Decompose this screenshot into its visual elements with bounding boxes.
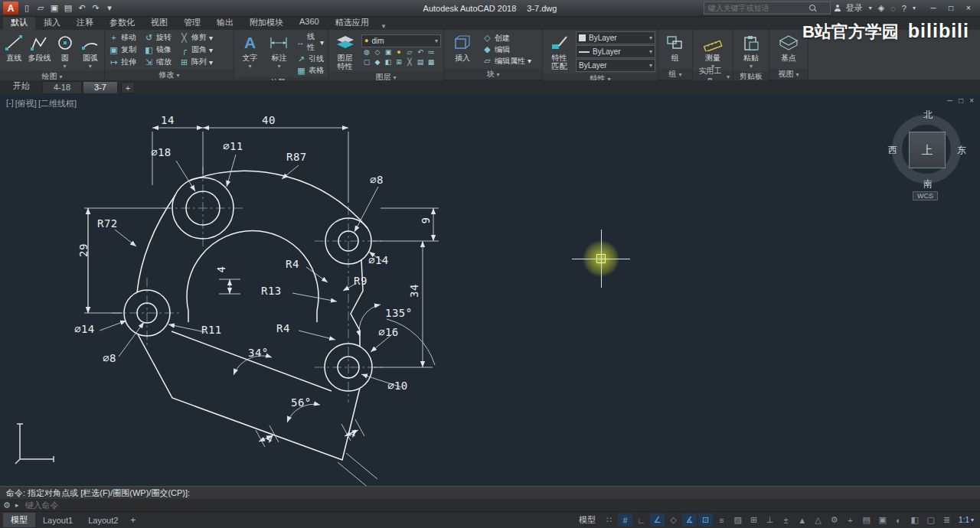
ribbon-tab-6[interactable]: 管理: [176, 16, 208, 30]
object-color-dropdown[interactable]: ByLayer▾: [576, 31, 655, 44]
save-icon[interactable]: ▣: [48, 2, 60, 15]
stretch-button[interactable]: ↦拉伸: [107, 56, 138, 68]
search-input[interactable]: [707, 3, 809, 13]
isodraft-icon[interactable]: ◇: [666, 513, 681, 526]
help-search-box[interactable]: [704, 2, 831, 15]
measure-button[interactable]: 测量 ▾: [697, 31, 729, 70]
edit-attributes-button[interactable]: ▱编辑属性▾: [481, 56, 533, 67]
ribbon-tab-9[interactable]: A360: [292, 16, 327, 30]
command-input[interactable]: [23, 500, 977, 510]
doc-restore-icon[interactable]: □: [959, 96, 963, 105]
circle-button[interactable]: 圆 ▾: [54, 31, 77, 70]
ribbon-collapse-icon[interactable]: ▾: [377, 22, 390, 30]
drawing-area[interactable]: [-] [俯视] [二维线框] ─ □ ×: [0, 93, 980, 486]
viewport-view-control[interactable]: [俯视]: [15, 98, 37, 109]
layout2-tab[interactable]: Layout2: [80, 514, 126, 526]
dynamic-ucs-icon[interactable]: ⊥: [763, 513, 777, 526]
table-button[interactable]: ▦表格: [295, 65, 325, 76]
viewcube-west[interactable]: 西: [888, 144, 897, 157]
layer-lock-icon[interactable]: ▣: [385, 48, 392, 58]
layer-unlock-icon[interactable]: ▢: [364, 58, 371, 68]
ribbon-tab-4[interactable]: 参数化: [102, 16, 142, 30]
group-button[interactable]: 组: [662, 31, 689, 67]
command-line[interactable]: ⚙ ▸: [0, 499, 980, 511]
undo-icon[interactable]: ↶: [76, 2, 88, 15]
viewcube-north[interactable]: 北: [923, 109, 933, 122]
ribbon-tab-5[interactable]: 视图: [143, 16, 175, 30]
edit-block-button[interactable]: ◆编辑: [481, 44, 533, 55]
move-button[interactable]: +移动: [107, 31, 138, 44]
panel-label-block[interactable]: 块▾: [444, 69, 542, 80]
viewcube[interactable]: 北 南 西 东 上 WCS: [890, 110, 963, 200]
circle-dropdown-icon[interactable]: ▾: [64, 63, 67, 70]
linear-dim-button[interactable]: ↔线性▾: [295, 31, 325, 53]
layer-match-icon[interactable]: ▱: [407, 48, 413, 58]
file-tab-3-7[interactable]: 3-7: [83, 81, 118, 93]
signin-button[interactable]: 登录: [844, 2, 864, 14]
layer-dropdown[interactable]: ● dim ▾: [361, 34, 441, 47]
ribbon-tab-8[interactable]: 附加模块: [242, 16, 291, 30]
layer-delete-icon[interactable]: ╳: [407, 58, 411, 68]
line-button[interactable]: 直线: [2, 31, 25, 70]
trim-button[interactable]: ╳修剪▾: [178, 31, 214, 44]
new-tab-button[interactable]: +: [121, 82, 135, 93]
viewport-visual-style-control[interactable]: [二维线框]: [38, 98, 77, 109]
close-button[interactable]: ×: [960, 2, 977, 15]
ribbon-tab-3[interactable]: 注释: [69, 16, 101, 30]
search-icon[interactable]: [809, 5, 817, 12]
lineweight-dropdown[interactable]: ByLayer▾: [576, 45, 655, 58]
snap-mode-icon[interactable]: ∷: [602, 513, 616, 526]
customize-icon[interactable]: ≣: [939, 513, 954, 526]
arc-button[interactable]: 圆弧 ▾: [79, 31, 102, 70]
layer-freeze-icon[interactable]: ◇: [375, 48, 381, 58]
polyline-button[interactable]: 多段线: [28, 31, 51, 70]
layout1-tab[interactable]: Layout1: [35, 514, 80, 526]
restore-button[interactable]: □: [942, 2, 959, 15]
panel-label-groups[interactable]: 组▾: [658, 69, 692, 80]
open-file-icon[interactable]: ▱: [34, 2, 47, 15]
dynamic-input-icon[interactable]: ±: [779, 513, 793, 526]
model-space-indicator[interactable]: 模型: [579, 514, 596, 526]
command-history[interactable]: 命令: 指定对角点或 [栏选(F)/圈围(WP)/圈交(CP)]:: [0, 486, 980, 499]
grid-icon[interactable]: #: [618, 513, 632, 526]
help-button[interactable]: ?: [900, 4, 908, 13]
workspace-gear-icon[interactable]: ⚙: [827, 513, 841, 526]
autoscale-icon[interactable]: △: [811, 513, 825, 526]
layer-vp-icon[interactable]: ▦: [428, 58, 435, 68]
mirror-button[interactable]: ◧镜像: [142, 44, 173, 56]
ribbon-tab-2[interactable]: 插入: [36, 16, 68, 30]
ortho-icon[interactable]: ∟: [634, 513, 648, 526]
new-layout-button[interactable]: +: [126, 515, 140, 526]
autodesk-cloud-icon[interactable]: ◌: [889, 4, 897, 13]
lock-ui-icon[interactable]: ▣: [875, 513, 890, 526]
viewcube-south[interactable]: 南: [923, 178, 933, 191]
model-tab[interactable]: 模型: [3, 513, 35, 527]
annotation-monitor-icon[interactable]: +: [843, 513, 858, 526]
plot-icon[interactable]: ▤: [62, 2, 74, 15]
leader-button[interactable]: ↗引线: [295, 54, 325, 64]
new-file-icon[interactable]: ▯: [21, 2, 33, 15]
layer-state-icon[interactable]: ≔: [428, 48, 435, 58]
signin-dropdown-icon[interactable]: ▾: [867, 5, 874, 11]
ribbon-tab-7[interactable]: 输出: [209, 16, 241, 30]
transparency-icon[interactable]: ▨: [730, 513, 745, 526]
qat-dropdown-icon[interactable]: ▾: [103, 2, 116, 15]
doc-close-icon[interactable]: ×: [969, 96, 974, 105]
isolate-objects-icon[interactable]: ◐: [891, 513, 906, 526]
create-block-button[interactable]: ◇创建: [481, 33, 533, 44]
scale-button[interactable]: ⇲缩放: [142, 56, 173, 68]
arc-dropdown-icon[interactable]: ▾: [89, 63, 92, 70]
match-properties-button[interactable]: 特性匹配: [545, 31, 573, 72]
object-snap-icon[interactable]: ⊡: [698, 513, 713, 526]
layer-prev-icon[interactable]: ↶: [417, 48, 423, 58]
command-customize-icon[interactable]: ⚙: [3, 500, 11, 510]
redo-icon[interactable]: ↷: [90, 2, 102, 15]
layer-merge-icon[interactable]: ⊞: [396, 58, 402, 68]
clean-screen-icon[interactable]: ▢: [923, 513, 938, 526]
text-button[interactable]: A 文字 ▾: [237, 31, 263, 76]
lineweight-icon[interactable]: ≡: [714, 513, 729, 526]
layer-isolate-icon[interactable]: ◍: [364, 48, 370, 58]
array-button[interactable]: ⊞阵列▾: [178, 56, 214, 68]
quick-properties-icon[interactable]: ▤: [859, 513, 874, 526]
fillet-button[interactable]: ╭圆角▾: [178, 44, 214, 56]
